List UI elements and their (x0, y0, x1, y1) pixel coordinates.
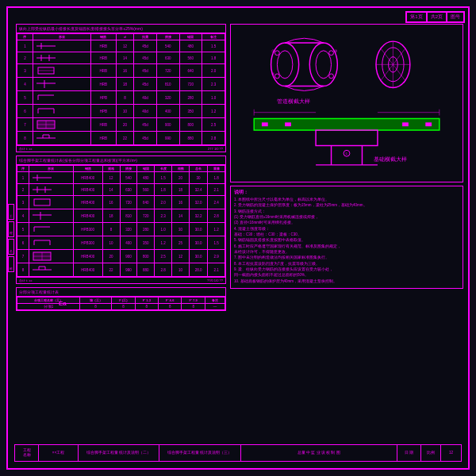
col2-seq: 序 (17, 166, 29, 172)
note-line-13: 9. 梁、柱纵向受力钢筋的连接接头应设置在受力较小处， (234, 267, 459, 272)
title-cell-3: 图号 (447, 12, 464, 22)
technical-diagram: 管道横截大样 ① ② ③ (231, 25, 463, 182)
bottom-bar: 工程名称 ××工程 综合脚手架工程量 统计及说明（二） 综合脚手架工程量 统计及… (14, 444, 462, 462)
table1-footer-left: 合计 t: xx (19, 147, 32, 151)
note-line-12: 8. 本工程抗震设防烈度为7度，抗震等级为三级。 (234, 262, 459, 267)
table-row: 5 HPB300 8 320 280 1.0 30 (17, 223, 225, 236)
svg-text:基础横截大样: 基础横截大样 (374, 156, 407, 163)
col-seismic: 抗震 (134, 34, 157, 40)
note-line-9: 6. 施工时应严格遵守国家现行有关规范、标准及图集的规定， (234, 244, 459, 249)
table3-header: 分部分项工程量统计表 (17, 288, 225, 297)
table-row: 3 HRB400 16 720 640 2.0 16 (17, 196, 225, 209)
table-section-1: 纵向上部受拉纵筋最小搭接长度及锚固长度/搭接接头百分率≤25%(mm) 序 形状… (16, 24, 226, 152)
col-d: d (116, 34, 133, 40)
table1-total: 277 1/0 ?? (208, 147, 223, 151)
title-block: 第1页 共2页 图号 (405, 11, 465, 23)
svg-text:③: ③ (334, 49, 338, 53)
note-line-11: 7. 图中未注明的构造做法均按相关国家标准图集执行。 (234, 255, 459, 260)
svg-rect-61 (285, 122, 291, 126)
table-section-3: 分部分项工程量统计表 分项工程名称（工） 墙（工） F (工) F' 1-3 F… (16, 287, 226, 311)
col2-len: 长度 (155, 166, 172, 172)
table-row: 4 HRB400 18 810 720 (17, 209, 225, 223)
col2-total: 总长 (189, 166, 207, 172)
svg-point-34 (274, 74, 279, 79)
table2-total: ??/0 1/0 ?? (207, 278, 223, 282)
left-tab-2: 程 (8, 221, 14, 237)
svg-point-27 (271, 43, 299, 86)
col2-shape: 形状 (29, 166, 74, 172)
bottom-scale: 比例 (421, 445, 441, 461)
right-panel: 管道横截大样 ① ② ③ (230, 24, 463, 444)
note-line-15: 10. 基础底板钢筋的保护层为40mm，采用混凝土垫块控制。 (234, 279, 459, 284)
col-seq: 序 (17, 34, 33, 40)
table-section-2: 综合脚手架工程量统计表(按各分部分项工程量总和折算)(平方米/m²) 序 形状 … (16, 155, 226, 284)
col-shape: 形状 (33, 34, 90, 40)
note-line-14: 同一截面内接头面积不超过总面积的50%。 (234, 273, 459, 278)
table3: 分项工程名称（工） 墙（工） F (工) F' 1-3 F' 4-6 F' 7-… (17, 297, 225, 310)
col-remarks: 备注 (202, 34, 225, 40)
bottom-drawing-number: 12 (441, 445, 461, 461)
title-cell-2: 共2页 (427, 12, 447, 22)
bottom-project-name: ××工程 (39, 445, 79, 461)
table2-header: 综合脚手架工程量统计表(按各分部分项工程量总和折算)(平方米/m²) (17, 156, 225, 165)
svg-text:管道横截大样: 管道横截大样 (277, 98, 310, 105)
note-line-5: (2) 直径<16mm时可采用绑扎搭接。 (234, 221, 459, 225)
svg-point-35 (329, 51, 334, 56)
col2-steel: 钢筋 (73, 166, 102, 172)
svg-rect-63 (425, 122, 432, 126)
note-line-3: 3. 钢筋连接方式： (234, 209, 459, 214)
table2-footer-left: 合计 t: xx (19, 278, 32, 282)
table-row: 7 HRB400 20 900 800 (17, 250, 225, 263)
svg-point-32 (316, 51, 331, 79)
drawing-frame: 第1页 共2页 图号 纵向上部受拉纵筋最小搭接长度及锚固长度/搭接接头百分率≤2… (6, 6, 470, 470)
table1-header: 纵向上部受拉纵筋最小搭接长度及锚固长度/搭接接头百分率≤25%(mm) (17, 25, 225, 33)
table-row: 4 HRB 18 45d 810 (17, 78, 225, 91)
svg-rect-48 (254, 118, 440, 130)
svg-point-31 (277, 51, 292, 79)
bottom-date: 日 期 (397, 445, 421, 461)
svg-point-33 (274, 51, 279, 56)
note-line-1: 1. 本图纸中所注尺寸以毫米为单位，标高以米为单位。 (234, 198, 459, 202)
col2-lap: 搭接 (120, 166, 137, 172)
svg-point-30 (309, 43, 337, 86)
left-tab-3: 名 (8, 239, 14, 255)
bottom-drawing-title1: 综合脚手架工程量 统计及说明（二） (79, 445, 159, 461)
title-cell-1: 第1页 (406, 12, 426, 22)
table-row: 6 HPB 10 40d 400 350 1.2 (17, 105, 225, 118)
col2-spec: 规格 (102, 166, 120, 172)
table-row: 8 HRB400 22 990 880 2.8 (17, 263, 225, 277)
main-container: 第1页 共2页 图号 纵向上部受拉纵筋最小搭接长度及锚固长度/搭接接头百分率≤2… (0, 0, 476, 476)
col-anchor: 锚固 (179, 34, 202, 40)
notes-title: 说明： (234, 190, 459, 195)
col-lap: 搭接 (156, 34, 179, 40)
table-row: 7 HRB 20 45d 900 (17, 118, 225, 132)
table-row: 3 HRB 16 45d 720 640 (17, 64, 225, 78)
table-row: 6 HPB300 10 400 350 1.2 25 (17, 236, 225, 250)
note-line-8: 5. 钢筋锚固及搭接长度按图中表格取值。 (234, 238, 459, 243)
left-tabs: 工 程 名 称 (8, 204, 14, 272)
note-line-2: 2. 受力钢筋的混凝土保护层厚度：板为15mm，梁柱为25mm，基础为40mm。 (234, 203, 459, 208)
svg-rect-49 (316, 130, 378, 145)
table-row: 2 HRB 14 45d 630 (17, 52, 225, 64)
diagrams-area: 管道横截大样 ① ② ③ (230, 24, 463, 182)
bottom-signatures: 总量 中 监 业 设 校 制 图 (241, 445, 398, 461)
col2-weight: 重量 (208, 166, 225, 172)
notes-area: 说明： 1. 本图纸中所注尺寸以毫米为单位，标高以米为单位。 2. 受力钢筋的混… (230, 186, 463, 289)
table-row: 5 HPB 8 40d 320 280 1.0 (17, 91, 225, 105)
table2: 序 形状 钢筋 规格 搭接 锚固 长度 根数 总长 重量 (17, 165, 225, 277)
svg-rect-62 (402, 122, 409, 126)
table-row: 分项1 8 8 8 8 8 — (17, 304, 225, 310)
left-tab-1: 工 (8, 204, 14, 220)
note-line-10: 未经设计许可，不得随意更改。 (234, 250, 459, 255)
svg-text:②: ② (271, 72, 275, 76)
note-line-6: 4. 混凝土强度等级： (234, 227, 459, 232)
svg-rect-19 (34, 199, 50, 205)
bottom-project-label: 工程名称 (15, 445, 39, 461)
col2-anchor: 锚固 (137, 166, 155, 172)
left-panel: 纵向上部受拉纵筋最小搭接长度及锚固长度/搭接接头百分率≤25%(mm) 序 形状… (16, 24, 226, 444)
table1-footer: 合计 t: xx 277 1/0 ?? (17, 145, 225, 152)
table-row: 8 HRB 22 45d 990 880 (17, 132, 225, 145)
svg-point-36 (329, 74, 334, 79)
table1: 序 形状 钢筋 d 抗震 搭接 锚固 备注 1 (17, 33, 225, 145)
note-line-4: (1) 受力钢筋直径≥16mm时采用机械连接或焊接， (234, 215, 459, 220)
